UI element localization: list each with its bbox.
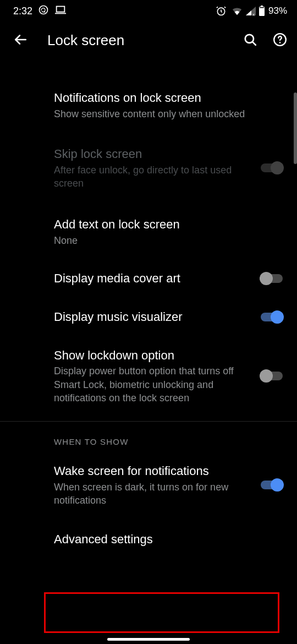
row-title: Display media cover art — [54, 270, 253, 287]
switch-cover-art[interactable] — [260, 272, 284, 285]
row-title: Wake screen for notifications — [54, 463, 253, 479]
search-button[interactable] — [243, 32, 257, 48]
svg-rect-6 — [261, 6, 263, 7]
svg-point-12 — [279, 42, 281, 43]
settings-list: Notifications on lock screen Show sensit… — [0, 59, 297, 561]
row-notifications[interactable]: Notifications on lock screen Show sensit… — [0, 79, 297, 132]
svg-rect-1 — [57, 6, 65, 12]
switch-skip-lock-screen — [260, 161, 284, 174]
row-title: Notifications on lock screen — [54, 90, 284, 106]
row-skip-lock-screen: Skip lock screen After face unlock, go d… — [0, 132, 297, 204]
battery-icon — [258, 6, 265, 17]
svg-rect-5 — [259, 7, 265, 16]
wifi-icon — [231, 6, 243, 16]
section-header-when-to-show: WHEN TO SHOW — [0, 422, 297, 452]
row-title: Advanced settings — [54, 531, 284, 548]
alarm-icon — [216, 6, 227, 17]
highlight-box — [44, 592, 279, 633]
help-button[interactable] — [273, 32, 287, 48]
status-right: x 93% — [216, 6, 287, 17]
row-title: Display music visualizer — [54, 309, 253, 325]
row-add-text[interactable]: Add text on lock screen None — [0, 204, 297, 259]
row-title: Add text on lock screen — [54, 216, 284, 233]
battery-percentage: 93% — [268, 6, 287, 17]
app-header: Lock screen — [0, 22, 297, 59]
nav-handle[interactable] — [107, 638, 190, 641]
scrollbar[interactable] — [294, 92, 297, 164]
svg-point-0 — [40, 6, 48, 14]
row-sub: When screen is dark, it turns on for new… — [54, 481, 253, 507]
row-title: Skip lock screen — [54, 146, 253, 162]
switch-lockdown[interactable] — [260, 369, 284, 383]
row-sub: Show sensitive content only when unlocke… — [54, 107, 284, 121]
row-advanced-settings[interactable]: Advanced settings — [0, 518, 297, 561]
back-button[interactable] — [13, 32, 28, 48]
status-left: 2:32 — [13, 4, 67, 18]
whatsapp-icon — [38, 4, 49, 18]
laptop-icon — [54, 4, 67, 18]
row-sub: Display power button option that turns o… — [54, 364, 253, 405]
switch-visualizer[interactable] — [260, 310, 284, 324]
svg-text:x: x — [252, 12, 255, 16]
switch-wake-screen[interactable] — [260, 478, 284, 492]
page-title: Lock screen — [47, 32, 223, 49]
row-wake-screen[interactable]: Wake screen for notifications When scree… — [0, 452, 297, 518]
row-lockdown[interactable]: Show lockdown option Display power butto… — [0, 336, 297, 416]
row-sub: After face unlock, go directly to last u… — [54, 163, 253, 190]
row-cover-art[interactable]: Display media cover art — [0, 259, 297, 298]
status-time: 2:32 — [13, 6, 32, 17]
row-title: Show lockdown option — [54, 347, 253, 364]
signal-icon: x — [245, 6, 256, 16]
svg-rect-7 — [260, 7, 264, 8]
row-visualizer[interactable]: Display music visualizer — [0, 298, 297, 336]
row-sub: None — [54, 234, 284, 247]
status-bar: 2:32 x 93% — [0, 0, 297, 22]
svg-line-10 — [252, 42, 256, 45]
